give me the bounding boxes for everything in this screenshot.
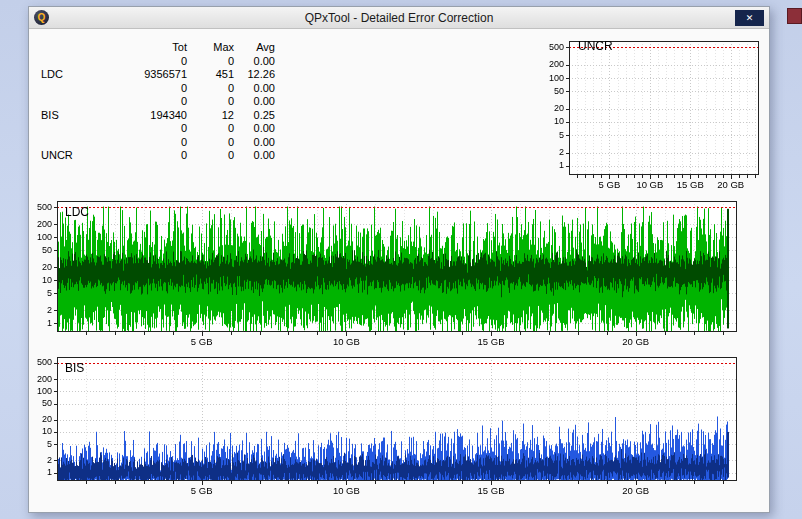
uncr-chart: UNCR (539, 35, 765, 193)
window-content: Tot Max Avg 000.00LDC935657145112.26000.… (29, 29, 769, 512)
uncr-chart-canvas (539, 35, 765, 193)
window-title: QPxTool - Detailed Error Correction (29, 11, 769, 25)
col-header-max: Max (187, 41, 234, 55)
titlebar[interactable]: Q QPxTool - Detailed Error Correction ✕ (29, 7, 769, 29)
stats-row: 000.00 (41, 55, 275, 69)
ldc-chart-title: LDC (65, 205, 89, 219)
desktop-background: Q QPxTool - Detailed Error Correction ✕ … (0, 0, 802, 519)
stats-row: 000.00 (41, 122, 275, 136)
stats-row: 000.00 (41, 95, 275, 109)
bis-chart-canvas (29, 349, 743, 497)
app-icon-letter: Q (38, 12, 46, 23)
qpxtool-window: Q QPxTool - Detailed Error Correction ✕ … (28, 6, 770, 513)
error-stats-table: Tot Max Avg 000.00LDC935657145112.26000.… (41, 41, 275, 163)
close-button[interactable]: ✕ (735, 10, 764, 26)
app-icon: Q (34, 10, 49, 25)
uncr-chart-title: UNCR (578, 39, 613, 53)
ldc-chart: LDC (29, 193, 743, 348)
stats-row: UNCR000.00 (41, 149, 275, 163)
stats-row: LDC935657145112.26 (41, 68, 275, 82)
stats-table-body: 000.00LDC935657145112.26000.00000.00BIS1… (41, 55, 275, 163)
col-header-avg: Avg (234, 41, 275, 55)
stats-row: 000.00 (41, 136, 275, 150)
col-header-empty (41, 41, 103, 55)
col-header-tot: Tot (103, 41, 187, 55)
stats-row: BIS194340120.25 (41, 109, 275, 123)
background-window-fragment (787, 8, 802, 24)
stats-header-row: Tot Max Avg (41, 41, 275, 55)
bis-chart: BIS (29, 349, 743, 497)
close-icon: ✕ (746, 13, 754, 23)
stats-row: 000.00 (41, 82, 275, 96)
ldc-chart-canvas (29, 193, 743, 348)
bis-chart-title: BIS (65, 361, 84, 375)
